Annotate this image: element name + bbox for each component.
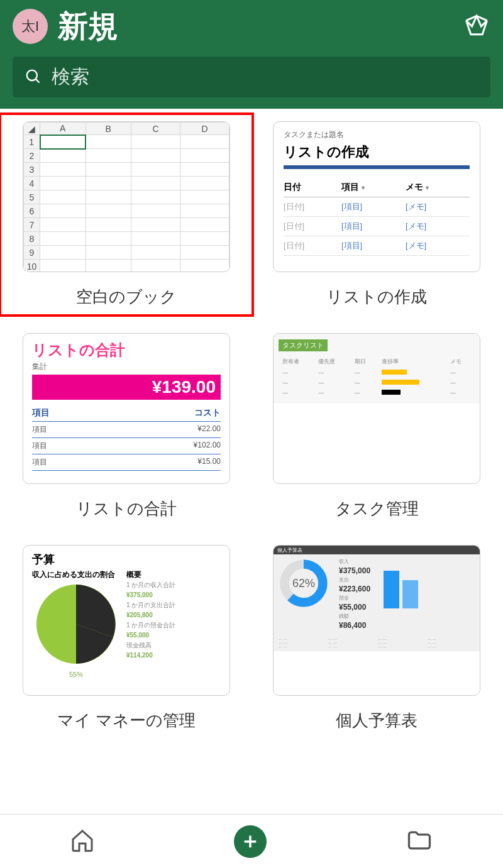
folder-icon[interactable] bbox=[406, 827, 433, 857]
template-caption: タスク管理 bbox=[335, 498, 419, 520]
svg-line-1 bbox=[36, 79, 40, 82]
template-list-total[interactable]: リストの合計 集計 ¥139.00 項目コスト 項目¥22.00 項目¥102.… bbox=[8, 333, 245, 520]
avatar[interactable]: 太I bbox=[13, 9, 48, 44]
template-my-money[interactable]: 予算 収入に占める支出の割合 55% 概要 1 か月の収入合計 ¥375,000… bbox=[8, 545, 245, 732]
template-caption: 空白のブック bbox=[76, 286, 177, 308]
template-caption: リストの作成 bbox=[326, 286, 427, 308]
home-icon[interactable] bbox=[70, 828, 95, 855]
template-caption: リストの合計 bbox=[76, 498, 177, 520]
svg-rect-5 bbox=[384, 571, 399, 608]
bottom-nav bbox=[0, 814, 503, 868]
template-grid: ◢ABCD 1 2 3 4 5 6 7 8 9 10 空白のブック タスクまたは… bbox=[0, 109, 503, 794]
search-placeholder: 検索 bbox=[52, 64, 89, 90]
header: 太I 新規 検索 bbox=[0, 0, 503, 109]
template-blank-workbook[interactable]: ◢ABCD 1 2 3 4 5 6 7 8 9 10 空白のブック bbox=[0, 113, 254, 317]
svg-point-0 bbox=[27, 70, 37, 80]
page-title: 新規 bbox=[58, 6, 453, 47]
svg-rect-6 bbox=[402, 580, 418, 608]
template-list-create[interactable]: タスクまたは題名 リストの作成 日付項目 ▾メモ ▾ [日付][項目][メモ] … bbox=[258, 121, 495, 308]
template-personal-budget[interactable]: 個人予算表 62% 収入¥375,000 支出¥223,600 預金¥55,00… bbox=[258, 545, 495, 732]
search-icon bbox=[24, 67, 41, 87]
new-button[interactable] bbox=[234, 825, 267, 858]
search-input[interactable]: 検索 bbox=[13, 57, 490, 97]
premium-icon[interactable] bbox=[463, 11, 490, 41]
template-caption: マイ マネーの管理 bbox=[57, 710, 196, 732]
template-task-manage[interactable]: タスクリスト 所有者優先度期日進捗率メモ ———— ———— ———— タスク管… bbox=[258, 333, 495, 520]
template-caption: 個人予算表 bbox=[336, 710, 417, 732]
